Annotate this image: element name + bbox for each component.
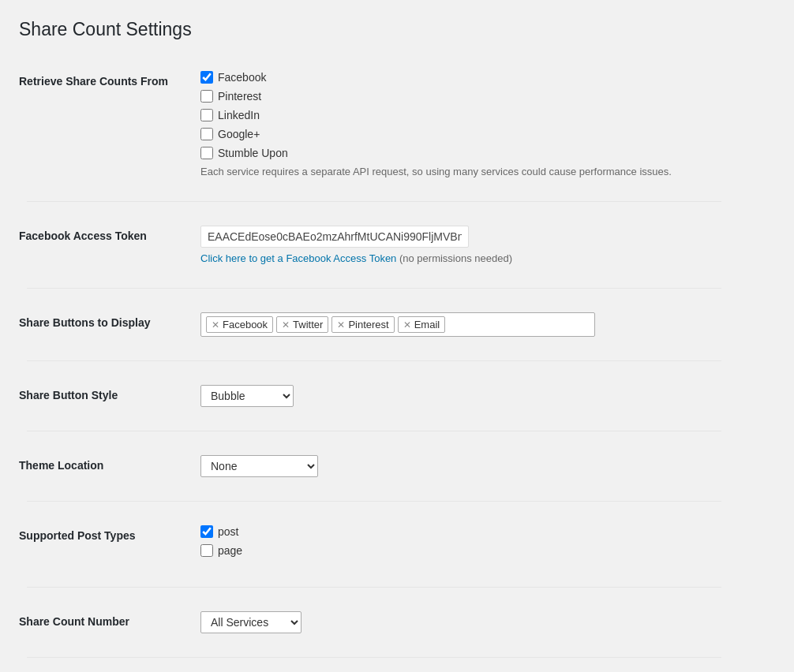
tag-twitter[interactable]: ✕ Twitter [276, 316, 328, 333]
checkbox-page-input[interactable] [200, 544, 213, 557]
access-token-no-permissions: (no permissions needed) [396, 252, 512, 264]
tag-facebook[interactable]: ✕ Facebook [206, 316, 273, 333]
tag-pinterest-remove[interactable]: ✕ [337, 320, 345, 330]
checkbox-facebook[interactable]: Facebook [200, 71, 721, 84]
theme-location-row: Theme Location None Before Content After… [19, 443, 729, 489]
tag-twitter-label: Twitter [293, 319, 323, 330]
access-token-row: Facebook Access Token Click here to get … [19, 214, 729, 276]
checkbox-googleplus[interactable]: Google+ [200, 128, 721, 140]
tag-pinterest[interactable]: ✕ Pinterest [331, 316, 394, 333]
tag-facebook-remove[interactable]: ✕ [212, 320, 219, 330]
checkbox-stumbleupon-label: Stumble Upon [218, 147, 288, 159]
access-token-label: Facebook Access Token [19, 214, 193, 276]
tag-email[interactable]: ✕ Email [398, 316, 446, 333]
checkbox-post-label: post [218, 525, 238, 538]
page-title: Share Count Settings [19, 19, 775, 40]
retrieve-counts-description: Each service requires a separate API req… [200, 166, 721, 177]
checkbox-linkedin-label: LinkedIn [218, 109, 260, 121]
share-buttons-tags[interactable]: ✕ Facebook ✕ Twitter ✕ Pinterest ✕ Email [200, 312, 595, 337]
theme-location-cell: None Before Content After Content Both [193, 443, 729, 489]
checkbox-post-input[interactable] [200, 525, 213, 538]
access-token-link-text: Click here to get a Facebook Access Toke… [200, 252, 396, 264]
access-token-input[interactable] [200, 226, 469, 248]
access-token-link[interactable]: Click here to get a Facebook Access Toke… [200, 252, 721, 264]
retrieve-counts-row: Retrieve Share Counts From Facebook Pint… [19, 59, 729, 189]
checkbox-pinterest-label: Pinterest [218, 90, 261, 103]
post-types-label: Supported Post Types [19, 513, 193, 575]
share-buttons-label: Share Buttons to Display [19, 301, 193, 349]
retrieve-counts-label: Retrieve Share Counts From [19, 59, 193, 189]
checkbox-googleplus-label: Google+ [218, 128, 260, 140]
checkbox-facebook-input[interactable] [200, 71, 213, 84]
checkbox-linkedin[interactable]: LinkedIn [200, 109, 721, 121]
share-count-number-label: Share Count Number [19, 599, 193, 645]
access-token-cell: Click here to get a Facebook Access Toke… [193, 214, 729, 276]
checkbox-post[interactable]: post [200, 525, 721, 538]
share-count-number-select[interactable]: All Services Facebook Pinterest Twitter [200, 611, 301, 633]
post-types-row: Supported Post Types post page [19, 513, 729, 575]
retrieve-counts-cell: Facebook Pinterest LinkedIn Google+ Stum… [193, 59, 729, 189]
tag-email-remove[interactable]: ✕ [403, 320, 411, 330]
checkbox-stumbleupon[interactable]: Stumble Upon [200, 147, 721, 159]
button-style-label: Share Button Style [19, 373, 193, 419]
button-style-row: Share Button Style Bubble Rectangle Circ… [19, 373, 729, 419]
theme-location-select[interactable]: None Before Content After Content Both [200, 455, 318, 477]
button-style-cell: Bubble Rectangle Circle Minimal [193, 373, 729, 419]
tag-pinterest-label: Pinterest [348, 319, 388, 330]
tag-facebook-label: Facebook [223, 319, 268, 330]
checkbox-stumbleupon-input[interactable] [200, 147, 213, 159]
button-style-select[interactable]: Bubble Rectangle Circle Minimal [200, 385, 294, 407]
checkbox-googleplus-input[interactable] [200, 128, 213, 140]
checkbox-page[interactable]: page [200, 544, 721, 557]
tag-twitter-remove[interactable]: ✕ [282, 320, 290, 330]
share-count-number-row: Share Count Number All Services Facebook… [19, 599, 729, 645]
settings-form: Retrieve Share Counts From Facebook Pint… [19, 59, 729, 672]
share-count-number-cell: All Services Facebook Pinterest Twitter [193, 599, 729, 645]
share-buttons-row: Share Buttons to Display ✕ Facebook ✕ Tw… [19, 301, 729, 349]
share-buttons-cell: ✕ Facebook ✕ Twitter ✕ Pinterest ✕ Email [193, 301, 729, 349]
checkbox-linkedin-input[interactable] [200, 109, 213, 121]
theme-location-label: Theme Location [19, 443, 193, 489]
checkbox-pinterest[interactable]: Pinterest [200, 90, 721, 103]
checkbox-facebook-label: Facebook [218, 71, 266, 84]
checkbox-pinterest-input[interactable] [200, 90, 213, 103]
post-types-cell: post page [193, 513, 729, 575]
tag-email-label: Email [414, 319, 440, 330]
checkbox-page-label: page [218, 544, 242, 557]
